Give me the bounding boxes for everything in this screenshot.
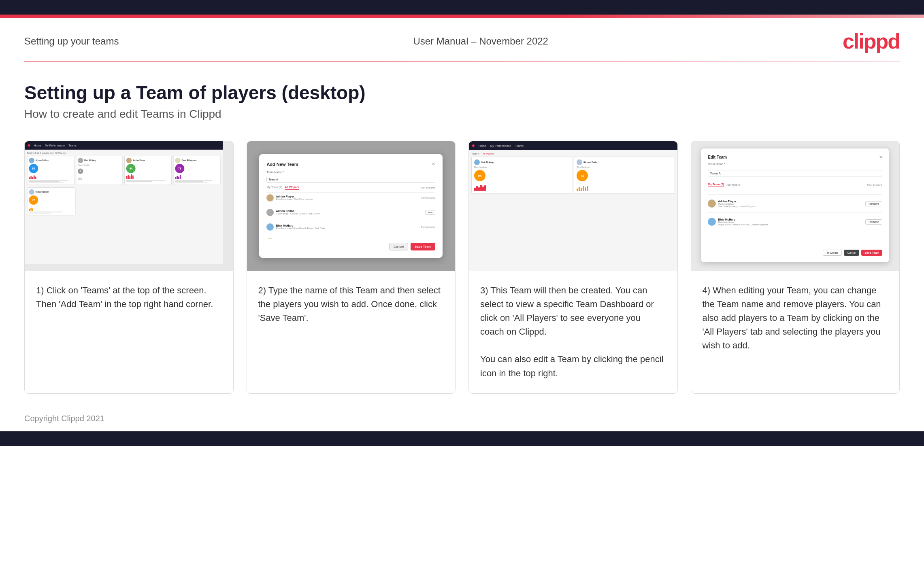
edit-modal-footer: 🗑 Delete Cancel Save Team — [708, 250, 882, 256]
mock-bar — [132, 176, 134, 180]
team-bar — [474, 188, 476, 191]
player-added-badge-1: Player Added — [421, 197, 435, 199]
player-avatar-4 — [266, 238, 274, 239]
add-new-team-modal: Add New Team ✕ Team Name * My Team (2) A… — [259, 154, 443, 258]
team-player-header-1: Blair McHarg — [474, 159, 569, 165]
mock-player-card-4: Dave Billingham 78 — [173, 156, 220, 185]
edit-avatar-2 — [708, 218, 716, 226]
edit-player-info-2: Blair McHarg Plus Handicap Royal North D… — [718, 218, 863, 226]
nav-logo-dot — [28, 144, 30, 147]
modal-title: Add New Team — [266, 162, 298, 167]
mock-bar — [29, 209, 30, 211]
nav-my-perf: My Performance — [45, 144, 65, 147]
player-row-name-1: Adrian Player — [276, 195, 419, 198]
mock-avatar-2 — [78, 158, 83, 163]
mock-bar — [130, 176, 131, 179]
player-row-sub-3: Plus Handicap · Royal North Devon Golf C… — [276, 227, 419, 229]
mock-bars-3 — [126, 174, 170, 179]
mock-team-players: Blair McHarg Plus Handicap 94 — [471, 157, 675, 194]
team-bar — [581, 188, 582, 191]
team-bar — [579, 187, 580, 191]
player-avatar-3 — [266, 223, 274, 231]
card-1: Home My Performance Teams Finding 5 of 5… — [24, 141, 234, 394]
save-team-button[interactable]: Save Team — [411, 243, 435, 250]
add-player-btn-2[interactable]: Add — [425, 210, 435, 215]
header: Setting up your teams User Manual – Nove… — [0, 18, 924, 61]
team-player-name-2: Richard Butler — [583, 161, 597, 163]
delete-team-button[interactable]: 🗑 Delete — [823, 250, 842, 256]
mock-score-5: 72 — [29, 195, 38, 205]
all-players-link: All Players — [483, 153, 494, 155]
edit-player-name-1: Adrian Player — [718, 200, 863, 203]
mock-nav-3: Home My Performance Teams — [469, 141, 677, 150]
mock-bars-4 — [175, 174, 218, 179]
team-name-input[interactable] — [266, 177, 435, 182]
edit-modal-tabs: My Team (2) All Players Filter by name — [708, 183, 882, 187]
modal-close-icon[interactable]: ✕ — [432, 161, 435, 167]
edit-cancel-button[interactable]: Cancel — [844, 250, 859, 256]
player-row-1: Adrian Player Plus Handicap · The Shire … — [266, 194, 435, 202]
delete-label: Delete — [830, 251, 838, 254]
edit-modal-container: Edit Team ✕ Team Name * My Team (2) All … — [691, 141, 900, 271]
player-row-3: Blair McHarg Plus Handicap · Royal North… — [266, 223, 435, 231]
mock-bars-1 — [29, 174, 72, 179]
team-bar — [476, 186, 478, 191]
mock-team-header: Team A All Players — [471, 153, 675, 155]
card-4: Edit Team ✕ Team Name * My Team (2) All … — [691, 141, 900, 394]
mock-second-row: Richard Butler 72 — [27, 187, 220, 215]
card-3-text: 3) This Team will then be created. You c… — [469, 271, 677, 393]
remove-player-btn-2[interactable]: Remove — [865, 219, 882, 225]
edit-tab-my-team[interactable]: My Team (2) — [708, 183, 724, 187]
trash-icon: 🗑 — [826, 251, 829, 254]
mock-player-card-2: Blair McHarg Player Quality 0 — [76, 156, 123, 185]
tab-my-team[interactable]: My Team (2) — [266, 186, 282, 189]
mock-line — [126, 181, 152, 182]
field-label: Team Name * — [266, 171, 435, 174]
edit-divider-2 — [708, 212, 882, 213]
mock-line — [175, 181, 203, 182]
edit-player-info-1: Adrian Player Plus Handicap The Shire Lo… — [718, 200, 863, 208]
modal-overlay: Add New Team ✕ Team Name * My Team (2) A… — [247, 141, 456, 271]
mock-content-3: Team A All Players Blair McHarg Plus Han… — [469, 150, 677, 271]
team-player-header-2: Richard Butler — [577, 159, 672, 165]
edit-save-team-button[interactable]: Save Team — [861, 250, 882, 256]
edit-player-sub2-2: Royal North Devon Golf Club, United King… — [718, 223, 863, 226]
remove-player-btn-1[interactable]: Remove — [865, 201, 882, 206]
edit-close-icon[interactable]: ✕ — [879, 155, 882, 159]
filter-by-name: Filter by name — [420, 187, 435, 189]
modal-tabs: My Team (2) All Players Filter by name — [266, 186, 435, 190]
mock-avatar-4 — [175, 158, 180, 163]
player-info-2: Adrian Coliba 1 Handicap · Central Londo… — [276, 210, 423, 215]
card-4-text: 4) When editing your Team, you can chang… — [691, 271, 900, 393]
player-row-sub-2: 1 Handicap · Central London Golf Centre — [276, 212, 423, 215]
mock-bar — [30, 208, 32, 211]
edit-modal-header: Edit Team ✕ — [708, 155, 882, 159]
mock-line — [175, 180, 212, 181]
card-3: Home My Performance Teams Team A All Pla… — [468, 141, 678, 394]
card-3-para-1: 3) This Team will then be created. You c… — [480, 285, 654, 337]
mock-bars-5 — [29, 206, 73, 211]
player-added-badge-3: Player Added — [421, 226, 435, 228]
nav-dot-3 — [472, 144, 475, 147]
team-bar — [577, 189, 578, 191]
edit-divider — [708, 194, 882, 195]
card-1-screenshot: Home My Performance Teams Finding 5 of 5… — [25, 141, 233, 271]
mock-bar — [35, 176, 36, 179]
mock-player-card-1: Adrian Collins 84 — [27, 156, 74, 185]
tab-all-players[interactable]: All Players — [285, 186, 299, 190]
mock-score-3: 94 — [126, 164, 136, 173]
page-title-section: Setting up a Team of players (desktop) H… — [0, 62, 924, 129]
player-info-3: Blair McHarg Plus Handicap · Royal North… — [276, 224, 419, 229]
team-player-name-1: Blair McHarg — [481, 161, 494, 163]
team-dashboard-mock: Home My Performance Teams Team A All Pla… — [469, 141, 677, 271]
edit-tab-all-players[interactable]: All Players — [726, 183, 740, 187]
nav-teams: Teams — [68, 144, 77, 147]
cancel-button[interactable]: Cancel — [389, 243, 408, 250]
edit-team-name-input[interactable] — [708, 170, 882, 176]
mock-bar — [128, 175, 129, 179]
team-bar — [478, 187, 480, 191]
edit-team-modal: Edit Team ✕ Team Name * My Team (2) All … — [701, 148, 889, 262]
mock-player-sub-2: Player Quality — [78, 164, 121, 166]
player-info-1: Adrian Player Plus Handicap · The Shire … — [276, 195, 419, 200]
mock-bar — [29, 177, 30, 179]
